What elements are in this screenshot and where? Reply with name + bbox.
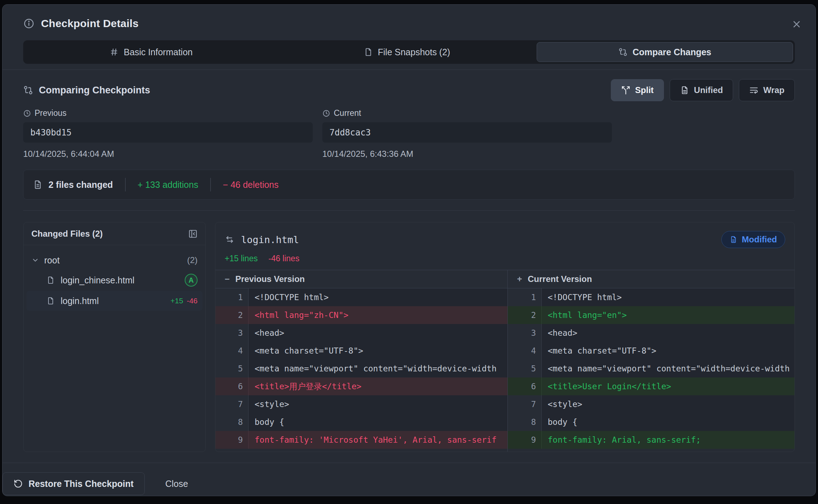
git-compare-icon: [23, 85, 33, 95]
split-icon: [621, 86, 630, 95]
current-timestamp: 10/14/2025, 6:43:36 AM: [322, 149, 612, 159]
changed-files-panel: Changed Files (2) root (2) login_chinese…: [23, 222, 206, 452]
previous-timestamp: 10/14/2025, 6:44:04 AM: [23, 149, 313, 159]
diff-line: 7<style>: [215, 395, 507, 413]
diff-line: 5<meta name="viewport" content="width=de…: [215, 360, 507, 377]
diff-line: 1<!DOCTYPE html>: [508, 288, 794, 306]
code-line: <meta charset="UTF-8">: [542, 346, 794, 355]
diff-line-removed: 2<html lang="zh-CN">: [215, 306, 507, 324]
split-button[interactable]: Split: [611, 79, 664, 101]
current-label: Current: [334, 108, 361, 118]
close-icon[interactable]: [791, 19, 802, 30]
line-number: 7: [215, 395, 249, 413]
previous-version-pane: 1<!DOCTYPE html> 2<html lang="zh-CN"> 3<…: [215, 288, 508, 452]
diff-stats-bar: 2 files changed + 133 additions − 46 del…: [23, 170, 795, 200]
line-number: 1: [508, 288, 542, 306]
clock-icon: [23, 109, 31, 117]
code-line: body {: [249, 417, 507, 427]
close-button[interactable]: Close: [165, 479, 188, 489]
line-number: 8: [215, 413, 249, 431]
line-number: 2: [215, 306, 249, 324]
tab-label: File Snapshots (2): [378, 47, 450, 57]
diff-line: 7<style>: [508, 395, 794, 413]
compare-section-title: Comparing Checkpoints: [39, 85, 150, 96]
wrap-button-label: Wrap: [763, 85, 784, 95]
file-icon: [33, 180, 43, 190]
current-version-pane: 1<!DOCTYPE html> 2<html lang="en"> 3<hea…: [508, 288, 794, 452]
hash-icon: [109, 47, 119, 57]
compare-section: Comparing Checkpoints Split Unified: [2, 70, 816, 211]
diff-removed-lines: -46 lines: [269, 254, 300, 263]
file-icon: [46, 297, 55, 305]
line-number: 9: [215, 431, 249, 449]
diff-code-area[interactable]: 1<!DOCTYPE html> 2<html lang="zh-CN"> 3<…: [215, 288, 794, 452]
tab-label: Basic Information: [124, 47, 193, 57]
code-line: <html lang="en">: [542, 310, 794, 320]
added-file-badge: A: [185, 274, 198, 287]
line-number: 3: [508, 324, 542, 342]
unified-button[interactable]: Unified: [670, 79, 733, 101]
file-removed-count: -46: [187, 297, 198, 305]
file-item-login-chinese[interactable]: login_chinese.html A: [26, 270, 203, 290]
diff-line: 3<head>: [215, 324, 507, 342]
diff-line: 3<head>: [508, 324, 794, 342]
code-line: <meta name="viewport" content="width=dev…: [542, 364, 794, 373]
tab-bar: Basic Information File Snapshots (2) Com…: [23, 40, 795, 64]
code-line: <html lang="zh-CN">: [249, 310, 507, 320]
line-number: 7: [508, 395, 542, 413]
file-name: login_chinese.html: [61, 275, 179, 286]
tab-file-snapshots[interactable]: File Snapshots (2): [279, 40, 535, 64]
previous-checkpoint-id-field[interactable]: b430bd15: [23, 122, 313, 143]
tab-compare-changes[interactable]: Compare Changes: [537, 42, 793, 62]
tree-node-root[interactable]: root (2): [24, 251, 205, 269]
restore-checkpoint-button[interactable]: Restore This Checkpoint: [2, 472, 145, 495]
file-text-icon: [680, 86, 689, 95]
clock-icon: [322, 109, 330, 117]
line-number: 3: [215, 324, 249, 342]
code-line: body {: [542, 417, 794, 427]
diff-line: 1<!DOCTYPE html>: [215, 288, 507, 306]
current-checkpoint-column: Current 7dd8cac3 10/14/2025, 6:43:36 AM: [322, 108, 612, 159]
line-number: 4: [508, 342, 542, 360]
unified-button-label: Unified: [694, 85, 723, 95]
file-text-icon: [730, 236, 737, 243]
diff-line-removed: 6<title>用户登录</title>: [215, 377, 507, 395]
line-number: 4: [215, 342, 249, 360]
divider: [23, 210, 795, 211]
stats-separator: [210, 178, 211, 191]
plus-icon: +: [517, 274, 522, 284]
modified-badge-label: Modified: [742, 235, 777, 245]
current-version-header: Current Version: [528, 274, 592, 284]
line-number: 5: [508, 360, 542, 377]
diff-line-added: 6<title>User Login</title>: [508, 377, 794, 395]
diff-line: 8body {: [508, 413, 794, 431]
git-compare-icon: [618, 47, 628, 57]
file-item-login[interactable]: login.html +15 -46: [26, 291, 203, 311]
modal-title: Checkpoint Details: [41, 17, 139, 30]
file-added-count: +15: [170, 297, 183, 305]
file-icon: [364, 47, 373, 57]
modal-header: Checkpoint Details: [2, 5, 816, 30]
current-checkpoint-id-field[interactable]: 7dd8cac3: [322, 122, 612, 143]
code-line: <head>: [542, 328, 794, 338]
additions-count: + 133 additions: [138, 180, 198, 190]
restore-button-label: Restore This Checkpoint: [29, 479, 134, 489]
tab-basic-information[interactable]: Basic Information: [23, 40, 279, 64]
diff-line: 8body {: [215, 413, 507, 431]
tab-label: Compare Changes: [633, 47, 711, 57]
code-line: <!DOCTYPE html>: [542, 293, 794, 302]
previous-label: Previous: [35, 108, 66, 118]
line-number: 8: [508, 413, 542, 431]
code-line: <head>: [249, 328, 507, 338]
panel-collapse-icon[interactable]: [188, 229, 198, 238]
file-name: login.html: [61, 296, 165, 306]
file-icon: [46, 276, 55, 284]
code-line: <title>用户登录</title>: [249, 381, 507, 392]
code-line: <style>: [542, 400, 794, 409]
diff-line: 4<meta charset="UTF-8">: [215, 342, 507, 360]
compare-section-title-row: Comparing Checkpoints: [23, 85, 150, 96]
view-mode-buttons: Split Unified Wrap: [611, 79, 795, 101]
rotate-ccw-icon: [14, 479, 23, 488]
wrap-button[interactable]: Wrap: [739, 79, 795, 101]
modal-footer: Restore This Checkpoint Close: [2, 463, 816, 495]
